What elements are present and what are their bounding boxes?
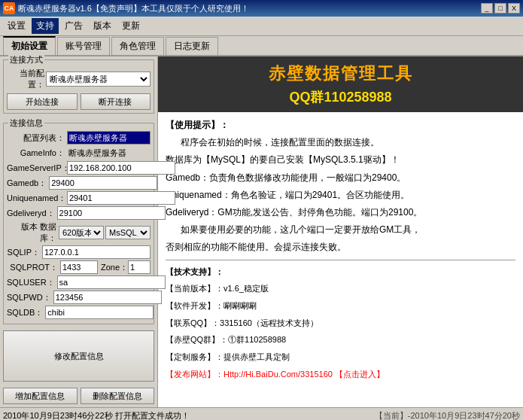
config-list-row: 配置列表： 断魂赤壁服务器 xyxy=(7,131,151,145)
maximize-button[interactable]: □ xyxy=(494,3,506,14)
config-list-label: 配置列表： xyxy=(7,132,67,144)
right-header: 赤壁数据管理工具 QQ群110258988 xyxy=(158,56,523,112)
gameinfo-value: 断魂赤壁服务器 xyxy=(67,146,151,160)
sqldb-input[interactable] xyxy=(45,306,154,319)
title-bar: CA 断魂赤壁服务器v1.6【免责声明】本工具仅限于个人研究使用！ _ □ X xyxy=(0,0,523,17)
sqlip-label: SQLIP： xyxy=(7,247,42,258)
sqldb-label: SQLDB： xyxy=(7,307,45,318)
status-right: 【当前】-2010年10月9日23时47分20秒 xyxy=(375,410,520,420)
usage-line5: Gdeliveryd：GM功能,发送公告、封停角色功能。端口为29100。 xyxy=(166,205,515,220)
zone-label: Zone： xyxy=(101,262,128,273)
tech-section: 【技术支持】： 【当前版本】：v1.6_稳定版 【软件开发】：唰唰唰唰 【联系Q… xyxy=(166,265,515,382)
right-title: 赤壁数据管理工具 xyxy=(166,62,515,85)
left-panel: 连接方式 当前配置： 断魂赤壁服务器 开始连接 断开连接 连接信息 配置列表： … xyxy=(0,56,158,407)
add-config-button[interactable]: 增加配置信息 xyxy=(3,388,78,404)
connect-buttons: 开始连接 断开连接 xyxy=(7,93,151,110)
delete-config-button[interactable]: 删除配置信息 xyxy=(81,388,155,404)
tech-version: 【当前版本】：v1.6_稳定版 xyxy=(166,282,515,296)
menu-ad[interactable]: 广告 xyxy=(60,18,87,34)
connection-mode-title: 连接方式 xyxy=(8,54,44,65)
sqlport-input[interactable] xyxy=(60,260,98,274)
current-config-label: 当前配置： xyxy=(7,68,44,90)
usage-line1: 程序会在初始的时候，连接配置里面的数据连接。 xyxy=(166,135,515,150)
gameinfo-label: GameInfo： xyxy=(7,148,67,159)
gameserverip-input[interactable] xyxy=(67,161,175,175)
uniquenamed-input[interactable] xyxy=(67,191,175,205)
menu-update[interactable]: 更新 xyxy=(117,18,144,34)
config-list-value: 断魂赤壁服务器 xyxy=(67,131,151,145)
minimize-button[interactable]: _ xyxy=(481,3,493,14)
usage-line4: Uniquenamed：角色名验证，端口为29401。合区功能使用。 xyxy=(166,188,515,202)
config-select[interactable]: 断魂赤壁服务器 xyxy=(46,72,151,87)
sqlport-row: SQLPROT： Zone： xyxy=(7,260,151,274)
usage-line6: 如果要使用必要的功能，这几个端口一定要开放给GM工具， xyxy=(166,223,515,237)
tab-bar: 初始设置 账号管理 角色管理 日志更新 xyxy=(0,36,523,56)
status-left: 2010年10月9日23时46分22秒 打开配置文件成功！ xyxy=(3,410,367,420)
tech-custom: 【定制服务】：提供赤壁工具定制 xyxy=(166,350,515,364)
gameserverip-label: GameServerIP： xyxy=(7,163,67,174)
title-controls: _ □ X xyxy=(481,3,520,14)
sqluser-label: SQLUSER： xyxy=(7,277,57,288)
disconnect-button[interactable]: 断开连接 xyxy=(81,93,151,110)
sqlpwd-input[interactable] xyxy=(53,291,162,304)
gamedb-row: Gamedb： xyxy=(7,176,151,190)
gameserverip-row: GameServerIP： xyxy=(7,161,151,175)
version-label: 版本 数据库： xyxy=(7,221,59,244)
status-bar: 2010年10月9日23时46分22秒 打开配置文件成功！ 【当前】-2010年… xyxy=(0,407,523,420)
sqlport-label: SQLPROT： xyxy=(7,262,60,273)
sqlpwd-row: SQLPWD： xyxy=(7,291,151,304)
version-select[interactable]: 620版本 xyxy=(59,226,104,239)
tech-qq: 【联系QQ】：3315160（远程技术支持） xyxy=(166,316,515,330)
right-content: 【使用提示】： 程序会在初始的时候，连接配置里面的数据连接。 数据库为【MySQ… xyxy=(158,112,523,407)
close-button[interactable]: X xyxy=(508,3,520,14)
add-delete-buttons: 增加配置信息 删除配置信息 xyxy=(3,388,154,404)
gameinfo-row: GameInfo： 断魂赤壁服务器 xyxy=(7,146,151,160)
main-content: 连接方式 当前配置： 断魂赤壁服务器 开始连接 断开连接 连接信息 配置列表： … xyxy=(0,56,523,407)
title-bar-left: CA 断魂赤壁服务器v1.6【免责声明】本工具仅限于个人研究使用！ xyxy=(3,2,249,14)
right-panel: 赤壁数据管理工具 QQ群110258988 【使用提示】： 程序会在初始的时候，… xyxy=(158,56,523,407)
tech-header: 【技术支持】： xyxy=(166,265,515,279)
connection-info-group: 连接信息 配置列表： 断魂赤壁服务器 GameInfo： 断魂赤壁服务器 Gam… xyxy=(3,123,154,324)
usage-line7: 否则相应的功能不能使用。会提示连接失败。 xyxy=(166,240,515,254)
usage-header: 【使用提示】： xyxy=(166,118,515,132)
gamedb-label: Gamedb： xyxy=(7,178,49,189)
sqlip-row: SQLIP： xyxy=(7,245,151,259)
tab-role-management[interactable]: 角色管理 xyxy=(111,37,164,55)
start-connect-button[interactable]: 开始连接 xyxy=(7,93,78,110)
menu-settings[interactable]: 设置 xyxy=(3,18,30,34)
sqluser-row: SQLUSER： xyxy=(7,275,151,289)
tab-account-management[interactable]: 账号管理 xyxy=(57,37,110,55)
zone-input[interactable] xyxy=(128,260,151,274)
db-type-select[interactable]: MsSQL库 xyxy=(105,226,151,239)
menu-support[interactable]: 支持 xyxy=(32,18,59,34)
sqlip-input[interactable] xyxy=(42,245,151,259)
modify-config-button[interactable]: 修改配置信息 xyxy=(3,330,154,382)
sqluser-input[interactable] xyxy=(57,275,166,289)
menu-bar: 设置 支持 广告 版本 更新 xyxy=(0,17,523,36)
app-icon: CA xyxy=(3,2,15,14)
uniquenamed-label: Uniquenamed： xyxy=(7,193,67,204)
gdeliveryd-label: Gdeliveryd： xyxy=(7,208,57,219)
tab-initial-setup[interactable]: 初始设置 xyxy=(3,36,56,55)
uniquenamed-row: Uniquenamed： xyxy=(7,191,151,205)
tech-qq-group: 【赤壁QQ群】：①群110258988 xyxy=(166,333,515,347)
sqlpwd-label: SQLPWD： xyxy=(7,292,53,303)
current-config-row: 当前配置： 断魂赤壁服务器 xyxy=(7,68,151,90)
gamedb-input[interactable] xyxy=(49,176,157,190)
connection-mode-group: 连接方式 当前配置： 断魂赤壁服务器 开始连接 断开连接 xyxy=(3,59,154,114)
menu-version[interactable]: 版本 xyxy=(89,18,116,34)
version-db-row: 版本 数据库： 620版本 MsSQL库 xyxy=(7,221,151,244)
gdeliveryd-row: Gdeliveryd： xyxy=(7,206,151,220)
tab-log-update[interactable]: 日志更新 xyxy=(166,37,218,55)
window-title: 断魂赤壁服务器v1.6【免责声明】本工具仅限于个人研究使用！ xyxy=(18,3,249,14)
tech-developer: 【软件开发】：唰唰唰唰 xyxy=(166,299,515,313)
tech-website[interactable]: 【发布网站】：Http://Hi.BaiDu.Com/3315160 【点击进入… xyxy=(166,367,515,382)
sqldb-row: SQLDB： xyxy=(7,306,151,319)
gdeliveryd-input[interactable] xyxy=(57,206,166,220)
right-subtitle: QQ群110258988 xyxy=(166,88,515,106)
divider xyxy=(166,260,515,260)
connection-info-title: 连接信息 xyxy=(8,117,44,129)
usage-line2: 数据库为【MySQL】的要自己安装【MySQL3.5.1驱动】！ xyxy=(166,153,515,167)
usage-line3: Gamedb：负责角色数据修改功能使用，一般端口为29400。 xyxy=(166,171,515,185)
